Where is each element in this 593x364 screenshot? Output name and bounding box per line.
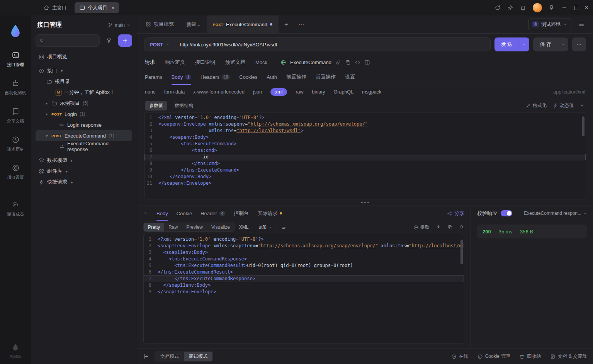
param-value-toggle[interactable]: 参数值	[145, 101, 167, 111]
body-type-none[interactable]: none	[145, 89, 156, 95]
format-button[interactable]: 格式化	[526, 102, 547, 109]
validation-toggle[interactable]	[501, 210, 512, 216]
tab-params[interactable]: Params	[145, 69, 162, 85]
main-window-tab[interactable]: 主窗口	[39, 2, 71, 13]
apifox-logo[interactable]	[7, 22, 24, 40]
cookie-manager-button[interactable]: Cookie 管理	[477, 353, 510, 360]
tree-item-login[interactable]: ▾ POST Login (1)	[36, 109, 132, 119]
environment-selector[interactable]: 测 测试环境	[528, 19, 571, 30]
nav-tab-preview-docs[interactable]: 预览文档	[225, 59, 245, 66]
caret-right-icon[interactable]: ▸	[70, 180, 74, 184]
response-definition-select[interactable]: ExecuteCommand respon...	[524, 211, 587, 216]
tab-post-operations[interactable]: 后置操作	[316, 69, 336, 85]
tree-item-login-response[interactable]: Login response	[36, 119, 132, 130]
tab-project-overview[interactable]: 项目概览	[139, 15, 180, 33]
collapse-chevron-icon[interactable]	[143, 211, 148, 216]
search-box[interactable]	[36, 34, 100, 47]
tree-section-data-models[interactable]: 数据模型 ▸	[36, 155, 132, 166]
send-button[interactable]: 发 送	[494, 37, 530, 51]
nav-tab-request[interactable]: 请求	[145, 59, 155, 66]
share-button[interactable]: 分享	[447, 210, 464, 217]
online-status[interactable]: 在线	[451, 353, 468, 360]
extract-button[interactable]: 提取	[413, 224, 430, 231]
language-select[interactable]: XML	[239, 225, 254, 230]
method-select[interactable]: POST	[144, 38, 175, 51]
code-line[interactable]: 5 <tns:ExecuteCommand>	[144, 141, 586, 147]
tab-cookies[interactable]: Cookies	[239, 69, 257, 85]
format-raw[interactable]: Raw	[164, 223, 182, 231]
rail-item-api-management[interactable]: 接口管理	[7, 51, 24, 68]
search-icon[interactable]	[459, 225, 464, 230]
body-type-graphql[interactable]: GraphQL	[334, 89, 353, 95]
request-editor[interactable]: 1<?xml version='1.0' encoding='UTF-8'?>2…	[144, 112, 586, 199]
filter-button[interactable]	[103, 34, 115, 47]
caret-right-icon[interactable]: ▸	[70, 158, 74, 163]
body-type-binary[interactable]: binary	[312, 89, 325, 95]
rail-item-project-settings[interactable]: 项目设置	[7, 164, 24, 180]
tab-more-button[interactable]: ⋯	[294, 21, 309, 28]
body-type-xml[interactable]: xml	[270, 88, 287, 96]
data-structure-toggle[interactable]: 数据结构	[170, 101, 197, 111]
rail-item-request-history[interactable]: 请求历史	[7, 136, 24, 152]
pin-icon[interactable]	[549, 5, 555, 11]
format-pretty[interactable]: Pretty	[144, 223, 164, 231]
code-icon[interactable]	[355, 60, 360, 65]
tab-settings[interactable]: 设置	[345, 69, 355, 85]
caret-right-icon[interactable]: ▸	[65, 169, 69, 173]
minimize-icon[interactable]	[561, 5, 568, 11]
caret-down-icon[interactable]: ▾	[60, 69, 64, 73]
scrollbar-thumb[interactable]	[460, 240, 463, 264]
response-tab-cookie[interactable]: Cookie	[177, 206, 192, 221]
nav-tab-response-definition[interactable]: 响应定义	[165, 59, 185, 66]
response-viewer[interactable]: 1<?xml version='1.0' encoding='UTF-8'?>2…	[143, 234, 464, 344]
tree-item-root-directory[interactable]: 根目录	[36, 76, 132, 87]
copy-icon[interactable]	[447, 225, 453, 230]
branch-selector[interactable]: main	[108, 22, 131, 28]
code-line[interactable]: 7 id	[144, 154, 586, 160]
close-window-icon[interactable]: ×	[585, 5, 588, 11]
recycle-bin-button[interactable]: 回收站	[519, 353, 541, 360]
rail-item-auto-test[interactable]: 自动化测试	[5, 79, 26, 96]
tree-section-quick-request[interactable]: 快捷请求 ▸	[36, 177, 132, 187]
collapse-left-icon[interactable]	[143, 354, 149, 359]
code-line[interactable]: 9 </tns:ExecuteCommand>	[144, 167, 586, 173]
tree-item-example-project[interactable]: ▸ 示例项目 (5)	[36, 98, 132, 109]
code-line[interactable]: 11</soapenv:Envelope>	[144, 180, 586, 187]
wrap-lines-icon[interactable]	[282, 225, 287, 230]
close-tab-icon[interactable]: ×	[112, 5, 115, 11]
request-more-button[interactable]: ⋯	[572, 37, 586, 51]
nav-tab-mock[interactable]: Mock	[255, 60, 267, 65]
tab-pre-operations[interactable]: 前置操作	[286, 69, 306, 85]
tab-headers[interactable]: Headers10	[200, 69, 230, 85]
response-tab-body[interactable]: Body	[156, 206, 168, 221]
caret-down-icon[interactable]: ▾	[45, 112, 49, 116]
rail-item-invite-members[interactable]: 邀请成员	[7, 201, 24, 217]
code-line[interactable]: 1<?xml version='1.0' encoding='UTF-8'?>	[144, 114, 586, 121]
copy-icon[interactable]	[345, 60, 351, 65]
new-tab-button[interactable]: ＋	[279, 21, 294, 28]
body-type-msgpack[interactable]: msgpack	[362, 89, 381, 95]
code-line[interactable]: 6</tns:ExecuteCommandResult>	[144, 269, 464, 276]
maximize-icon[interactable]	[574, 6, 578, 10]
format-preview[interactable]: Preview	[182, 223, 207, 231]
caret-right-icon[interactable]: ▸	[45, 101, 49, 105]
avatar[interactable]	[533, 3, 542, 12]
tree-item-project-overview[interactable]: 项目概览	[36, 51, 132, 62]
tree-item-executecommand-response[interactable]: ExecuteCommand response	[36, 141, 132, 152]
add-api-button[interactable]	[118, 34, 132, 47]
code-line[interactable]: 8 </tns:cmd>	[144, 160, 586, 167]
refresh-icon[interactable]	[494, 5, 501, 11]
tab-executecommand[interactable]: POST ExecuteCommand	[207, 15, 279, 33]
tab-body[interactable]: Body1	[172, 69, 191, 85]
code-line[interactable]: 8 </soap11env:Body>	[144, 282, 464, 289]
personal-project-tab[interactable]: 个人项目 ×	[75, 2, 119, 13]
wrap-lines-icon[interactable]	[580, 103, 585, 108]
code-line[interactable]: 3 <soap11env:Body>	[144, 249, 464, 256]
dynamic-value-button[interactable]: 动态值	[553, 102, 574, 109]
tree-section-component-library[interactable]: 组件库 ▸	[36, 166, 132, 177]
code-line[interactable]: 1<?xml version='1.0' encoding='UTF-8'?>	[144, 236, 464, 243]
code-line[interactable]: 4 <tns:ExecuteCommandResponse>	[144, 256, 464, 262]
caret-down-icon[interactable]: ▾	[45, 134, 49, 138]
code-line[interactable]: 6 <tns:cmd>	[144, 147, 586, 154]
code-line[interactable]: 2<soap11env:Envelope xmlns:soap11env="ht…	[144, 243, 464, 249]
